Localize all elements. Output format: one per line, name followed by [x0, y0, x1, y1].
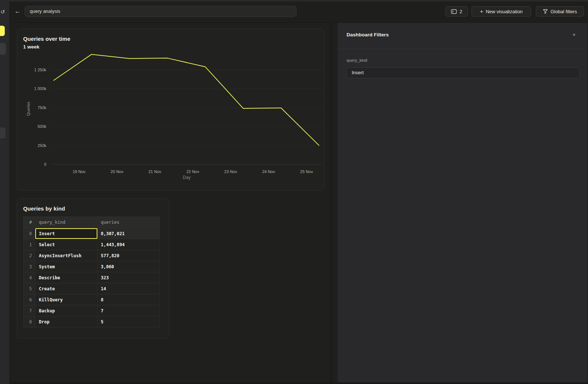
filter-field-label: query_kind	[347, 58, 367, 62]
table-row: 5 Create 14	[24, 283, 159, 294]
y-tick-label: 750k	[37, 105, 46, 110]
query-kind-cell[interactable]: System	[35, 261, 98, 272]
col-header-query-kind: query_kind	[35, 217, 98, 228]
left-rail: ↺	[0, 0, 10, 384]
y-axis-title: Queries	[26, 101, 31, 116]
chart-title: Queries over time	[23, 36, 70, 42]
history-icon[interactable]: ↺	[0, 8, 6, 15]
chart-card: 1 250k1 000k750k500k250k019 Nov20 Nov21 …	[17, 29, 325, 190]
y-tick-label: 1 250k	[34, 68, 47, 72]
query-kind-cell[interactable]: Select	[35, 239, 98, 250]
queries-value-cell[interactable]: 577,820	[98, 250, 159, 261]
visualization-count: 2	[459, 9, 462, 14]
rail-item[interactable]	[0, 128, 6, 139]
queries-value-cell[interactable]: 3,060	[98, 261, 159, 272]
table-row: 7 Backup 7	[24, 305, 159, 316]
query-kind-cell[interactable]: Insert	[35, 228, 98, 239]
topbar: ← query analysis 2 + New visualization G…	[10, 0, 588, 23]
dashboard-filters-panel: Dashboard Filters × query_kind Insert	[338, 23, 588, 384]
query-kind-cell[interactable]: Create	[35, 283, 98, 294]
queries-value-cell[interactable]: 8,307,021	[98, 228, 159, 239]
chart-subtitle: 1 week	[23, 44, 39, 50]
table-row: 2 AsyncInsertFlush 577,820	[24, 250, 159, 261]
funnel-icon	[543, 9, 548, 14]
row-index-cell: 5	[24, 283, 35, 294]
rail-item[interactable]	[0, 43, 6, 55]
close-icon[interactable]: ×	[571, 32, 577, 38]
queries-value-cell[interactable]: 8	[98, 294, 159, 305]
x-tick-label: 24 Nov	[262, 169, 275, 174]
queries-value-cell[interactable]: 5	[98, 316, 159, 327]
table-row: 8 Drop 5	[24, 316, 159, 327]
row-index-cell: 3	[24, 261, 35, 272]
row-index-cell: 7	[24, 305, 35, 316]
queries-value-cell[interactable]: 7	[98, 305, 159, 316]
table-row: 6 KillQuery 8	[24, 294, 159, 305]
query-kind-cell[interactable]: KillQuery	[35, 294, 98, 305]
x-tick-label: 25 Nov	[300, 169, 313, 174]
col-header-queries: queries	[98, 217, 159, 228]
global-filters-label: Global filters	[551, 9, 577, 14]
filter-field-input[interactable]: Insert	[346, 67, 580, 78]
x-tick-label: 19 Nov	[73, 169, 86, 174]
row-index-cell: 4	[24, 272, 35, 283]
x-tick-label: 21 Nov	[148, 169, 161, 174]
table-card: Queries by kind # query_kind queries 0 I…	[17, 198, 169, 338]
new-visualization-label: New visualization	[486, 9, 523, 14]
queries-value-cell[interactable]: 1,443,894	[98, 239, 159, 250]
table-row: 0 Insert 8,307,021	[24, 228, 159, 239]
dashboard-canvas: 1 250k1 000k750k500k250k019 Nov20 Nov21 …	[10, 23, 338, 384]
x-tick-label: 22 Nov	[186, 169, 199, 174]
table-row: 3 System 3,060	[24, 261, 159, 272]
x-tick-label: 23 Nov	[224, 169, 237, 174]
table-title: Queries by kind	[23, 205, 65, 212]
global-filters-button[interactable]: Global filters	[536, 6, 584, 17]
queries-value-cell[interactable]: 323	[98, 272, 159, 283]
row-index-cell: 2	[24, 250, 35, 261]
new-visualization-button[interactable]: + New visualization	[472, 6, 531, 17]
table-row: 4 Describe 323	[24, 272, 159, 283]
query-kind-cell[interactable]: AsyncInsertFlush	[35, 250, 98, 261]
window-top-edge	[0, 0, 588, 1]
visualization-count-button[interactable]: 2	[445, 6, 468, 17]
row-index-cell: 6	[24, 294, 35, 305]
y-tick-label: 0	[44, 162, 46, 166]
query-kind-cell[interactable]: Backup	[35, 305, 98, 316]
y-tick-label: 500k	[37, 124, 46, 129]
queries-by-kind-table: # query_kind queries 0 Insert 8,307,021 …	[23, 216, 160, 327]
queries-value-cell[interactable]: 14	[98, 283, 159, 294]
table-row: 1 Select 1,443,894	[24, 239, 159, 250]
table-body: 0 Insert 8,307,021 1 Select 1,443,894 2 …	[24, 228, 159, 327]
table-header-row: # query_kind queries	[24, 217, 159, 228]
terminal-icon	[451, 9, 457, 14]
filters-panel-title: Dashboard Filters	[347, 32, 389, 37]
x-tick-label: 20 Nov	[111, 169, 123, 174]
x-axis-title: Day	[183, 175, 190, 180]
y-tick-label: 250k	[37, 143, 46, 148]
queries-over-time-chart[interactable]: 1 250k1 000k750k500k250k019 Nov20 Nov21 …	[17, 29, 325, 191]
dashboard-app: ↺ ← query analysis 2 + New visualization…	[0, 0, 588, 384]
y-tick-label: 1 000k	[34, 86, 47, 91]
back-arrow-icon[interactable]: ←	[14, 8, 21, 15]
rail-item-active[interactable]	[0, 26, 5, 36]
col-header-index: #	[24, 217, 35, 228]
query-kind-cell[interactable]: Drop	[35, 316, 98, 327]
query-kind-cell[interactable]: Describe	[35, 272, 98, 283]
canvas-bottom-edge	[10, 383, 588, 384]
panel-gap	[331, 23, 338, 384]
dashboard-title-input[interactable]: query analysis	[25, 6, 297, 17]
row-index-cell: 0	[24, 228, 35, 239]
queries-line-series	[54, 54, 319, 146]
plus-icon: +	[480, 8, 483, 14]
filters-panel-header: Dashboard Filters ×	[338, 23, 588, 49]
row-index-cell: 1	[24, 239, 35, 250]
row-index-cell: 8	[24, 316, 35, 327]
